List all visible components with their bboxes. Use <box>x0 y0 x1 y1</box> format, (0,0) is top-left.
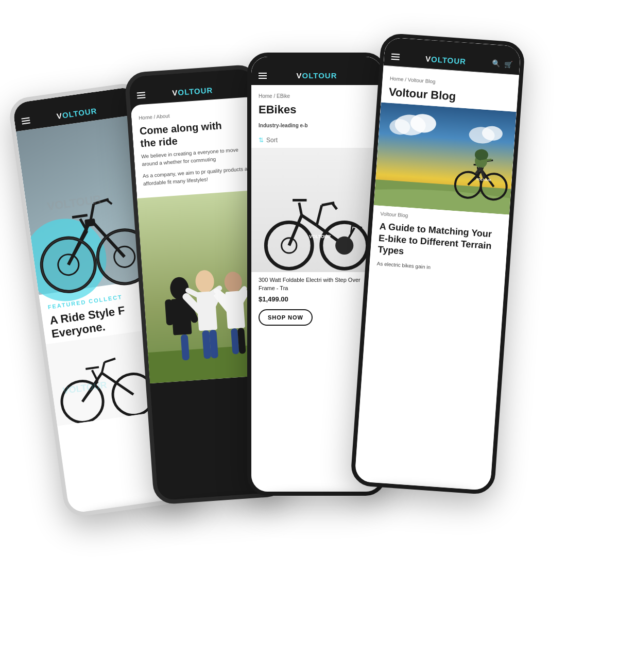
logo-volt-3: V <box>297 71 302 80</box>
search-icon-4[interactable]: 🔍 <box>492 59 501 68</box>
svg-line-20 <box>100 362 106 373</box>
product-image-3: VOLTOUR <box>251 148 382 272</box>
shop-now-button[interactable]: SHOP NOW <box>259 309 313 326</box>
scene: VOLTOUR <box>26 27 592 645</box>
svg-line-58 <box>317 206 322 226</box>
svg-rect-14 <box>84 219 96 227</box>
svg-line-9 <box>106 199 112 205</box>
sort-icon: ⇅ <box>259 137 264 144</box>
logo-1: VOLTOUR <box>56 106 98 121</box>
hamburger-icon-4[interactable] <box>391 53 400 60</box>
logo-4: VOLTOUR <box>425 54 467 65</box>
svg-line-64 <box>352 226 362 228</box>
svg-line-61 <box>299 203 302 215</box>
svg-line-11 <box>72 215 88 217</box>
svg-point-51 <box>266 223 312 269</box>
logo-2: VOLTOUR <box>172 86 213 97</box>
logo-tour-1: OLTOUR <box>62 106 98 120</box>
svg-text:VOLTOUR: VOLTOUR <box>476 178 491 182</box>
hamburger-icon-1[interactable] <box>21 117 30 124</box>
svg-point-53 <box>282 238 297 253</box>
svg-point-39 <box>224 271 243 293</box>
page-title-3: EBikes <box>251 101 382 121</box>
svg-line-23 <box>92 369 98 382</box>
notch-3 <box>296 57 337 68</box>
about-heading: Come along with the ride We believe in c… <box>132 114 262 190</box>
logo-3: VOLTOUR <box>297 71 337 80</box>
blog-hero-image: VOLTOUR <box>374 103 517 215</box>
product-title-3: 300 Watt Foldable Electri with Step Over… <box>251 272 382 294</box>
svg-point-33 <box>195 270 215 293</box>
breadcrumb-3: Home / EBike <box>251 89 382 101</box>
cart-icon-4[interactable]: 🛒 <box>504 60 513 69</box>
outdoor-scene-svg: VOLTOUR <box>374 103 517 215</box>
about-heading-text: Come along with the ride <box>139 117 252 149</box>
logo-tour-4: OLTOUR <box>431 55 467 66</box>
ebike-subtitle: Industry-leading e-b <box>251 121 382 132</box>
svg-line-65 <box>351 226 352 233</box>
blog-nav-icons: 🔍 🛒 <box>492 59 513 69</box>
hamburger-icon-3[interactable] <box>259 73 267 79</box>
hamburger-icon-2[interactable] <box>137 92 146 98</box>
svg-line-56 <box>302 215 317 226</box>
svg-line-24 <box>85 367 99 369</box>
sort-bar: ⇅ Sort <box>251 132 382 148</box>
logo-tour-3: OLTOUR <box>302 71 337 80</box>
svg-text:VOLTOUR: VOLTOUR <box>309 234 331 239</box>
svg-point-12 <box>38 234 98 295</box>
foldable-bike-svg: VOLTOUR <box>251 148 382 272</box>
svg-point-66 <box>335 237 353 255</box>
logo-tour-2: OLTOUR <box>178 86 213 97</box>
sort-label[interactable]: Sort <box>266 137 278 144</box>
about-body-2: As a company, we aim to pr quality produ… <box>142 164 254 188</box>
svg-line-21 <box>104 359 115 362</box>
phone-blog: VOLTOUR 🔍 🛒 Home / Voltour Blog Voltour … <box>350 32 526 495</box>
